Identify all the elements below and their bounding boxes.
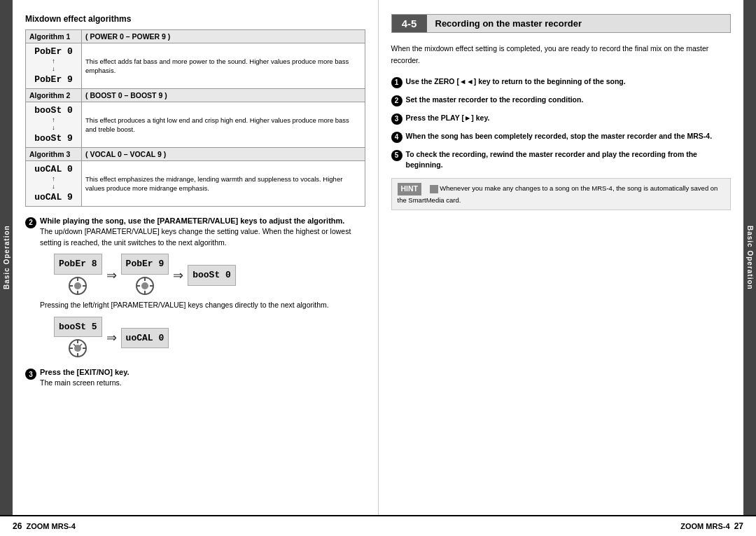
algo3-name: Algorithm 3 bbox=[26, 147, 82, 160]
right-step4-text: When the song has been completely record… bbox=[406, 131, 732, 142]
footer: 26 ZOOM MRS-4 ZOOM MRS-4 27 bbox=[0, 515, 756, 536]
arrow2: ⇒ bbox=[173, 268, 183, 283]
sequence1: PobEr 8 ⇒ bbox=[54, 254, 365, 297]
step3-num: 3 bbox=[25, 369, 36, 380]
right-step1: 1 Use the ZERO [◄◄] key to return to the… bbox=[391, 76, 732, 88]
left-section-title: Mixdown effect algorithms bbox=[25, 14, 365, 24]
seq1-item1: PobEr 8 bbox=[54, 254, 102, 275]
algo2-desc: This effect produces a tight low end and… bbox=[82, 102, 365, 147]
step3-body: The main screen returns. bbox=[40, 378, 365, 389]
left-page: Mixdown effect algorithms Algorithm 1 ( … bbox=[13, 0, 379, 515]
seq2-item1: booSt 5 bbox=[54, 317, 102, 338]
arrow1: ⇒ bbox=[106, 268, 117, 283]
left-brand: ZOOM MRS-4 bbox=[26, 522, 75, 530]
step2-bold: While playing the song, use the [PARAMET… bbox=[40, 217, 365, 225]
algo2-name: Algorithm 2 bbox=[26, 88, 82, 102]
seq2-item2: uoCAL 0 bbox=[121, 328, 169, 349]
algo1-name: Algorithm 1 bbox=[26, 30, 82, 43]
hint-label: HINT bbox=[398, 183, 422, 195]
right-step3-text: Press the PLAY [►] key. bbox=[406, 113, 732, 124]
right-page-num: 27 bbox=[734, 521, 743, 531]
right-step2: 2 Set the master recorder to the recordi… bbox=[391, 95, 732, 106]
svg-line-18 bbox=[74, 344, 76, 346]
right-brand: ZOOM MRS-4 bbox=[680, 522, 729, 530]
algo3-desc: This effect emphasizes the midrange, len… bbox=[82, 160, 365, 206]
wheel-icon-1 bbox=[68, 276, 88, 296]
hint-box: HINT Whenever you make any changes to a … bbox=[391, 178, 732, 210]
svg-line-19 bbox=[80, 344, 82, 346]
intro-text: When the mixdown effect setting is compl… bbox=[391, 43, 732, 67]
section-header: 4-5 Recording on the master recorder bbox=[391, 14, 732, 33]
right-step1-text: Use the ZERO [◄◄] key to return to the b… bbox=[406, 76, 732, 88]
right-step3: 3 Press the PLAY [►] key. bbox=[391, 113, 732, 125]
hint-icon bbox=[430, 185, 438, 193]
wheel-icon-3 bbox=[68, 338, 88, 358]
right-side-label: Basic Operation bbox=[743, 0, 756, 515]
algo2-display: booSt 0 ↑↓ booSt 9 bbox=[26, 102, 82, 147]
algo1-desc: This effect adds fat bass and more power… bbox=[82, 43, 365, 89]
right-step5-text: To check the recording, rewind the maste… bbox=[406, 149, 732, 172]
sequence2: booSt 5 bbox=[54, 317, 365, 360]
right-step3-num: 3 bbox=[391, 114, 402, 125]
right-step1-num: 1 bbox=[391, 77, 402, 88]
step3-bold: Press the [EXIT/NO] key. bbox=[40, 368, 365, 376]
right-step5-num: 5 bbox=[391, 150, 402, 161]
algo1-range: ( POWER 0 – POWER 9 ) bbox=[82, 30, 365, 43]
left-side-label: Basic Operation bbox=[0, 0, 13, 515]
right-step5: 5 To check the recording, rewind the mas… bbox=[391, 149, 732, 172]
right-step2-num: 2 bbox=[391, 95, 402, 106]
right-step4-num: 4 bbox=[391, 132, 402, 143]
step2: 2 While playing the song, use the [PARAM… bbox=[25, 217, 365, 362]
seq1-item3: booSt 0 bbox=[188, 265, 236, 286]
step3: 3 Press the [EXIT/NO] key. The main scre… bbox=[25, 368, 365, 389]
seq1-item2: PobEr 9 bbox=[121, 254, 169, 275]
step2-body: The up/down [PARAMETER/VALUE] keys chang… bbox=[40, 226, 365, 249]
right-step2-text: Set the master recorder to the recording… bbox=[406, 95, 732, 106]
right-page: 4-5 Recording on the master recorder Whe… bbox=[379, 0, 744, 515]
algorithm-table: Algorithm 1 ( POWER 0 – POWER 9 ) PobEr … bbox=[25, 29, 365, 207]
right-step4: 4 When the song has been completely reco… bbox=[391, 131, 732, 143]
hint-text: Whenever you make any changes to a song … bbox=[398, 184, 718, 203]
section-title: Recording on the master recorder bbox=[427, 15, 731, 32]
algo3-range: ( VOCAL 0 – VOCAL 9 ) bbox=[82, 147, 365, 160]
arrow3: ⇒ bbox=[106, 330, 117, 345]
wheel-icon-2 bbox=[135, 276, 155, 296]
svg-point-7 bbox=[141, 282, 148, 289]
step2-num: 2 bbox=[25, 217, 36, 228]
section-num: 4-5 bbox=[392, 15, 427, 32]
seq1-caption: Pressing the left/right [PARAMETER/VALUE… bbox=[40, 300, 365, 311]
svg-point-1 bbox=[74, 282, 81, 289]
left-page-num: 26 bbox=[13, 521, 22, 531]
algo2-range: ( BOOST 0 – BOOST 9 ) bbox=[82, 88, 365, 102]
algo1-display: PobEr 0 ↑↓ PobEr 9 bbox=[26, 43, 82, 89]
algo3-display: uoCAL 0 ↑↓ uoCAL 9 bbox=[26, 160, 82, 206]
